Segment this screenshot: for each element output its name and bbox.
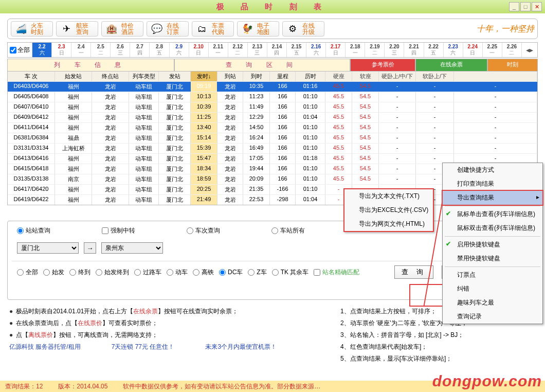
table-row[interactable]: D3131/D3134上海虹桥龙岩动车组厦门北15:39龙岩16:4916601… bbox=[8, 143, 537, 153]
date-cell[interactable]: 2.20三 bbox=[385, 43, 404, 57]
menu-item[interactable]: 导出查询结果 bbox=[442, 190, 543, 206]
menu-item[interactable]: 查询记录 bbox=[443, 310, 542, 324]
date-cell[interactable]: 2.7四 bbox=[130, 43, 150, 57]
toolbar-icon: 💬 bbox=[150, 23, 164, 34]
status-count: 查询结果：12 bbox=[5, 382, 43, 391]
date-all[interactable]: 全部 bbox=[8, 43, 32, 57]
date-cell[interactable]: 2.14四 bbox=[267, 43, 287, 57]
radio-train-query[interactable]: 车次查询 bbox=[187, 226, 220, 235]
toolbar-button[interactable]: 🗂车票代购 bbox=[192, 21, 234, 37]
query-button[interactable]: 查 询 bbox=[394, 265, 433, 279]
radio-station-query[interactable]: 站站查询 bbox=[17, 226, 50, 235]
toolbar-icon: ⚙ bbox=[286, 23, 299, 34]
status-note: 软件中数据仅供参考，如有变动请以车站公告信息为准。部分数据来源… bbox=[123, 382, 320, 391]
date-cell[interactable]: 2.19二 bbox=[365, 43, 385, 57]
menu-item[interactable]: 鼠标双击查看(列车详细信息) bbox=[443, 221, 542, 235]
tip-link[interactable]: 7天连锁 77元 任意住！ bbox=[112, 343, 175, 351]
filter-radio[interactable]: 动车 bbox=[167, 268, 188, 277]
group-tickets[interactable]: 在线余票 bbox=[415, 59, 487, 71]
minimize-button[interactable]: _ bbox=[509, 2, 519, 11]
toolbar-button[interactable]: 🏨特价酒店 bbox=[101, 21, 143, 37]
tip-link[interactable]: 亿源科技 服务器托管/租用 bbox=[9, 343, 81, 351]
filter-radio[interactable]: Z车 bbox=[248, 268, 266, 277]
group-train-info: 列 车 信 息 bbox=[7, 59, 174, 71]
watermark: dongpow.com bbox=[432, 372, 542, 390]
date-cell[interactable]: 2.16六 bbox=[306, 43, 326, 57]
menu-item[interactable]: 导出为文本文件(.TXT) bbox=[344, 189, 433, 203]
menu-item[interactable]: 趣味列车之最 bbox=[443, 296, 542, 310]
group-price[interactable]: 参考票价 bbox=[350, 59, 415, 71]
date-cell[interactable]: 2.26二 bbox=[502, 43, 522, 57]
table-row[interactable]: D6381/D6384福鼎龙岩动车组厦门北15:14龙岩16:2416601:1… bbox=[8, 133, 537, 143]
slogan: 十年，一种坚持 bbox=[477, 24, 534, 34]
group-query-section: 查 询 区 间 bbox=[174, 59, 350, 71]
filter-radio[interactable]: DC车 bbox=[219, 268, 243, 277]
menu-item[interactable]: 鼠标单击查看(列车详细信息) bbox=[443, 207, 542, 221]
check-force-transfer[interactable]: 强制中转 bbox=[102, 226, 135, 235]
toolbar-icon: 🏨 bbox=[105, 23, 118, 34]
toolbar-button[interactable]: 🚄火车时刻 bbox=[11, 21, 53, 37]
date-cell[interactable]: 2.24日 bbox=[463, 43, 483, 57]
to-station-select[interactable]: 泉州东 bbox=[101, 242, 163, 254]
menu-item[interactable]: 打印查询结果 bbox=[443, 177, 542, 191]
menu-item[interactable]: 启用快捷软键盘 bbox=[443, 238, 542, 252]
tip-link[interactable]: 未来3个月内最便宜机票！ bbox=[205, 343, 277, 351]
date-cell[interactable]: 2.10日 bbox=[189, 43, 209, 57]
date-cell[interactable]: 2.18一 bbox=[346, 43, 365, 57]
table-row[interactable]: D6413/D6416福州龙岩动车组厦门北15:47龙岩17:0516601:1… bbox=[8, 153, 537, 164]
date-cell[interactable]: 2.21四 bbox=[404, 43, 424, 57]
date-cell[interactable]: 2.25一 bbox=[483, 43, 502, 57]
from-station-select[interactable]: 厦门北 bbox=[17, 242, 79, 254]
menu-item[interactable]: 禁用快捷软键盘 bbox=[443, 252, 542, 265]
toolbar-button[interactable]: ⚙在线升级 bbox=[282, 21, 324, 37]
table-row[interactable]: D6403/D6406福州龙岩动车组厦门北09:19龙岩10:3516601:1… bbox=[8, 81, 537, 92]
date-selector: 全部2.2六2.3日2.4一2.5二2.6三2.7四2.8五2.9六2.10日2… bbox=[7, 42, 538, 58]
grid-header[interactable]: 车 次始发站终点站列车类型发站发时↓到站到时里程历时硬座软座硬卧上/中/下软卧上… bbox=[8, 72, 537, 81]
filter-radio[interactable]: 过路车 bbox=[134, 268, 161, 277]
menu-item[interactable]: 纠错 bbox=[443, 282, 542, 296]
date-cell[interactable]: 2.13三 bbox=[248, 43, 267, 57]
table-row[interactable]: D6409/D6412福州龙岩动车组厦门北11:25龙岩12:2916601:0… bbox=[8, 112, 537, 122]
date-cell[interactable]: 2.4一 bbox=[71, 43, 91, 57]
date-cell[interactable]: 2.3日 bbox=[52, 43, 71, 57]
date-cell[interactable]: 2.11一 bbox=[209, 43, 228, 57]
date-cell[interactable]: 2.8五 bbox=[150, 43, 169, 57]
radio-station-all[interactable]: 车站所有 bbox=[271, 226, 305, 235]
table-row[interactable]: D6405/D6408福州龙岩动车组厦门北10:13龙岩11:2316601:1… bbox=[8, 92, 537, 102]
filter-radio[interactable]: 高铁 bbox=[193, 268, 214, 277]
filter-radio[interactable]: 始发终到 bbox=[96, 268, 129, 277]
group-schedule[interactable]: 时刻 bbox=[487, 59, 538, 71]
export-submenu: 导出为文本文件(.TXT)导出为EXCEL文件(.CSV)导出为网页文件(.HT… bbox=[343, 188, 434, 232]
date-cell[interactable]: 2.2六 bbox=[32, 43, 52, 57]
main-toolbar: 🚄火车时刻✈航班查询🏨特价酒店💬在线订票🗂车票代购🐓电子地图⚙在线升级十年，一种… bbox=[7, 19, 538, 39]
date-cell[interactable]: 2.12二 bbox=[228, 43, 248, 57]
menu-item[interactable]: 导出为网页文件(.HTML) bbox=[344, 217, 433, 231]
table-row[interactable]: D6407/D6410福州龙岩动车组厦门北10:39龙岩11:4916601:1… bbox=[8, 102, 537, 112]
menu-item[interactable]: 创建快捷方式 bbox=[443, 163, 542, 177]
date-cell[interactable]: 2.6三 bbox=[111, 43, 130, 57]
toolbar-button[interactable]: 💬在线订票 bbox=[147, 21, 189, 37]
toolbar-button[interactable]: ✈航班查询 bbox=[56, 21, 98, 37]
date-cell[interactable]: 2.22五 bbox=[424, 43, 444, 57]
close-button[interactable]: ✕ bbox=[532, 2, 542, 11]
filter-radio[interactable]: 全部 bbox=[17, 268, 38, 277]
menu-item[interactable]: 导出为EXCEL文件(.CSV) bbox=[344, 203, 433, 217]
date-cell[interactable]: 2.17日 bbox=[326, 43, 346, 57]
date-cell[interactable]: 2.5二 bbox=[91, 43, 111, 57]
date-cell[interactable]: 2.15五 bbox=[287, 43, 306, 57]
maximize-button[interactable]: □ bbox=[520, 2, 531, 11]
filter-radio[interactable]: 始发 bbox=[43, 268, 64, 277]
filter-radio[interactable]: TK 其余车 bbox=[272, 268, 309, 277]
exact-match-check[interactable]: 站名精确匹配 bbox=[314, 268, 359, 277]
table-row[interactable]: D6411/D6414福州龙岩动车组厦门北13:40龙岩14:5016601:1… bbox=[8, 122, 537, 133]
swap-button[interactable]: → bbox=[84, 242, 96, 254]
toolbar-button[interactable]: 🐓电子地图 bbox=[237, 21, 279, 37]
app-title: 极 品 时 刻 表 bbox=[216, 2, 329, 12]
date-cell[interactable]: 2.9六 bbox=[170, 43, 189, 57]
title-bar: 极 品 时 刻 表 _ □ ✕ bbox=[0, 0, 545, 13]
toolbar-icon: 🐓 bbox=[241, 23, 254, 34]
date-cell[interactable]: 2.23六 bbox=[444, 43, 463, 57]
date-nav[interactable]: ◂▸ bbox=[522, 43, 537, 57]
menu-item[interactable]: 订票点 bbox=[443, 268, 542, 282]
filter-radio[interactable]: 终到 bbox=[69, 268, 90, 277]
